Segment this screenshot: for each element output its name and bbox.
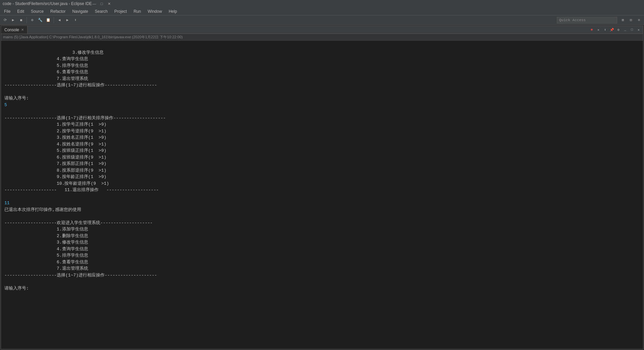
toolbar-sep-2 [54, 17, 54, 23]
quick-access-input[interactable]: Quick Access [557, 17, 617, 24]
console-panel: Console ✕ ■ ✕ ⬇ 📌 ⚙ _ □ ✕ mains (5) [Jav… [1, 26, 643, 349]
toolbar: ⟳ ▶ ◼ ⚙ 🔧 📋 ◀ ▶ ⬆ Quick Access ⊞ ⊟ ≡ [0, 15, 644, 25]
maximize-button[interactable]: □ [99, 1, 104, 6]
close-button[interactable]: ✕ [107, 1, 111, 6]
console-btn-clear[interactable]: ✕ [595, 27, 601, 33]
titlebar-controls: — □ ✕ [92, 1, 111, 6]
console-tab-label: Console [4, 28, 19, 32]
console-btn-stop[interactable]: ■ [589, 27, 595, 33]
console-btn-minimize[interactable]: _ [622, 27, 628, 33]
toolbar-btn-right-3[interactable]: ≡ [635, 16, 643, 24]
console-btn-maximize[interactable]: □ [629, 27, 635, 33]
toolbar-btn-right-1[interactable]: ⊞ [619, 16, 627, 24]
user-input-1: 5 [4, 102, 7, 107]
minimize-button[interactable]: — [92, 1, 97, 6]
console-btn-settings[interactable]: ⚙ [615, 27, 622, 33]
menubar: File Edit Source Refactor Navigate Searc… [0, 7, 644, 15]
titlebar: code - StudentFileItem/src/User.java - E… [0, 0, 644, 7]
toolbar-btn-6[interactable]: 📋 [45, 16, 52, 24]
menu-refactor[interactable]: Refactor [48, 8, 68, 14]
console-toolbar: ■ ✕ ⬇ 📌 ⚙ _ □ ✕ [587, 26, 643, 34]
output-line-1: 3.修改学生信息 4.查询学生信息 5.排序学生信息 6.查看学生信息 7.退出… [4, 50, 166, 291]
menu-window[interactable]: Window [145, 8, 165, 14]
console-path: mains (5) [Java Application] C:\Program … [3, 35, 183, 40]
user-input-2: 11 [4, 201, 10, 206]
menu-source[interactable]: Source [28, 8, 46, 14]
toolbar-btn-1[interactable]: ⟳ [1, 16, 9, 24]
menu-search[interactable]: Search [92, 8, 110, 14]
console-btn-close-panel[interactable]: ✕ [636, 27, 642, 33]
toolbar-btn-4[interactable]: ⚙ [29, 16, 36, 24]
console-btn-scroll[interactable]: ⬇ [602, 27, 608, 33]
menu-file[interactable]: File [1, 8, 13, 14]
toolbar-btn-2[interactable]: ▶ [9, 16, 17, 24]
toolbar-btn-right-2[interactable]: ⊟ [627, 16, 635, 24]
toolbar-btn-5[interactable]: 🔧 [37, 16, 44, 24]
menu-edit[interactable]: Edit [14, 8, 27, 14]
toolbar-btn-8[interactable]: ▶ [64, 16, 71, 24]
toolbar-btn-3[interactable]: ◼ [17, 16, 25, 24]
quick-access-label: Quick Access [559, 18, 586, 22]
console-pathbar: mains (5) [Java Application] C:\Program … [1, 34, 643, 41]
menu-run[interactable]: Run [131, 8, 144, 14]
toolbar-btn-9[interactable]: ⬆ [72, 16, 79, 24]
toolbar-sep-1 [26, 17, 27, 23]
console-btn-pin[interactable]: 📌 [609, 27, 615, 33]
menu-navigate[interactable]: Navigate [69, 8, 91, 14]
console-output[interactable]: 3.修改学生信息 4.查询学生信息 5.排序学生信息 6.查看学生信息 7.退出… [1, 41, 643, 349]
menu-project[interactable]: Project [112, 8, 129, 14]
console-tab-close[interactable]: ✕ [21, 28, 24, 32]
menu-help[interactable]: Help [166, 8, 180, 14]
console-tab[interactable]: Console ✕ [1, 26, 28, 34]
main-area: Console ✕ ■ ✕ ⬇ 📌 ⚙ _ □ ✕ mains (5) [Jav… [0, 25, 644, 350]
titlebar-title: code - StudentFileItem/src/User.java - E… [3, 1, 92, 6]
console-tabbar: Console ✕ ■ ✕ ⬇ 📌 ⚙ _ □ ✕ [1, 26, 643, 34]
toolbar-btn-7[interactable]: ◀ [56, 16, 63, 24]
